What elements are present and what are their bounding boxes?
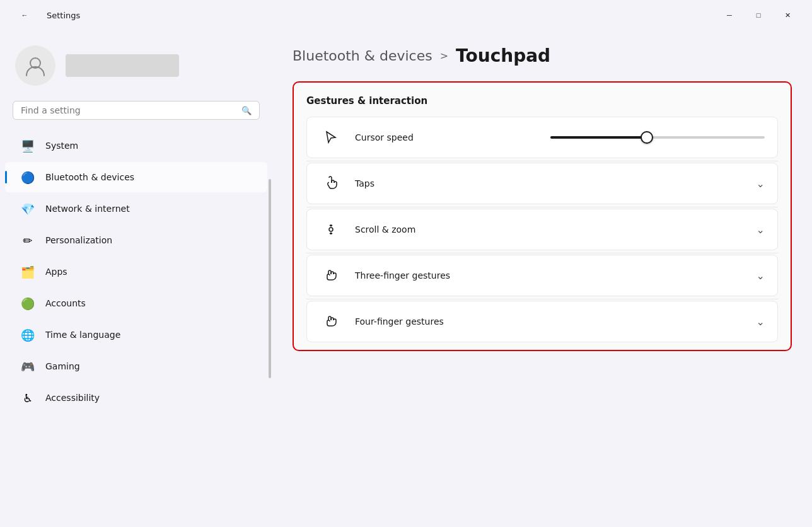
breadcrumb-separator: >: [440, 50, 448, 62]
back-button[interactable]: ←: [10, 5, 39, 25]
slider-thumb[interactable]: [641, 131, 653, 144]
personalization-icon: ✏️: [20, 233, 35, 248]
personalization-label: Personalization: [45, 235, 112, 245]
network-label: Network & internet: [45, 204, 130, 214]
main-layout: 🔍 🖥️ System 🔵 Bluetooth & devices 💎 Netw…: [0, 30, 812, 527]
accounts-label: Accounts: [45, 298, 86, 308]
search-icon: 🔍: [241, 106, 252, 115]
sidebar-scrollbar[interactable]: [269, 179, 271, 378]
titlebar-left: ← Settings: [10, 5, 80, 25]
avatar: [15, 45, 55, 86]
network-icon: 💎: [20, 201, 35, 216]
taps-control: ⌄: [757, 178, 765, 190]
minimize-button[interactable]: ─: [715, 5, 744, 25]
sidebar-item-gaming[interactable]: 🎮 Gaming: [5, 351, 267, 381]
close-button[interactable]: ✕: [773, 5, 802, 25]
scroll-zoom-icon: [320, 218, 342, 241]
three-finger-control: ⌄: [757, 270, 765, 282]
sidebar-item-apps[interactable]: 🗂️ Apps: [5, 257, 267, 287]
breadcrumb-current: Touchpad: [456, 45, 550, 66]
bluetooth-label: Bluetooth & devices: [45, 172, 134, 182]
sidebar-item-accessibility[interactable]: ♿ Accessibility: [5, 383, 267, 413]
breadcrumb-parent: Bluetooth & devices: [293, 48, 432, 64]
cursor-speed-row[interactable]: Cursor speed: [306, 117, 778, 158]
apps-label: Apps: [45, 267, 67, 277]
sidebar-item-time[interactable]: 🌐 Time & language: [5, 320, 267, 350]
slider-fill: [550, 136, 647, 139]
titlebar: ← Settings ─ □ ✕: [0, 0, 812, 30]
gestures-card: Gestures & interaction Cursor speed: [293, 81, 792, 351]
sidebar-item-network[interactable]: 💎 Network & internet: [5, 194, 267, 224]
three-finger-label: Three-finger gestures: [355, 270, 757, 281]
sidebar-item-system[interactable]: 🖥️ System: [5, 130, 267, 161]
taps-chevron-icon: ⌄: [757, 178, 765, 190]
scroll-zoom-control: ⌄: [757, 224, 765, 236]
user-icon: [24, 54, 47, 77]
three-finger-chevron-icon: ⌄: [757, 270, 765, 282]
three-finger-icon: [320, 264, 342, 287]
system-icon: 🖥️: [20, 138, 35, 153]
nav-menu: 🖥️ System 🔵 Bluetooth & devices 💎 Networ…: [0, 130, 272, 414]
accessibility-label: Accessibility: [45, 393, 100, 403]
accounts-icon: 🟢: [20, 296, 35, 311]
system-label: System: [45, 141, 78, 151]
divider-2: [306, 207, 778, 207]
divider-1: [306, 161, 778, 161]
four-finger-chevron-icon: ⌄: [757, 316, 765, 328]
bluetooth-icon: 🔵: [20, 170, 35, 185]
sidebar-item-accounts[interactable]: 🟢 Accounts: [5, 288, 267, 318]
scroll-zoom-label: Scroll & zoom: [355, 224, 757, 235]
username-placeholder: [66, 54, 179, 77]
four-finger-control: ⌄: [757, 316, 765, 328]
gaming-label: Gaming: [45, 361, 80, 371]
sidebar-item-personalization[interactable]: ✏️ Personalization: [5, 225, 267, 255]
cursor-speed-label: Cursor speed: [355, 132, 550, 142]
window-controls: ─ □ ✕: [715, 5, 802, 25]
cursor-speed-slider[interactable]: [550, 136, 765, 139]
scroll-zoom-row[interactable]: Scroll & zoom ⌄: [306, 209, 778, 250]
section-title: Gestures & interaction: [306, 95, 778, 107]
app-title: Settings: [47, 11, 80, 20]
accessibility-icon: ♿: [20, 390, 35, 405]
gaming-icon: 🎮: [20, 359, 35, 374]
content-area: Bluetooth & devices > Touchpad Gestures …: [272, 30, 812, 527]
search-input[interactable]: [21, 105, 236, 115]
time-icon: 🌐: [20, 327, 35, 342]
search-box[interactable]: 🔍: [13, 101, 260, 120]
three-finger-row[interactable]: Three-finger gestures ⌄: [306, 255, 778, 296]
scroll-zoom-chevron-icon: ⌄: [757, 224, 765, 236]
taps-label: Taps: [355, 178, 757, 188]
cursor-speed-control: [550, 136, 765, 139]
taps-icon: [320, 172, 342, 195]
sidebar-item-bluetooth[interactable]: 🔵 Bluetooth & devices: [5, 162, 267, 192]
divider-3: [306, 253, 778, 253]
four-finger-label: Four-finger gestures: [355, 316, 757, 327]
breadcrumb: Bluetooth & devices > Touchpad: [293, 45, 792, 66]
apps-icon: 🗂️: [20, 264, 35, 279]
taps-row[interactable]: Taps ⌄: [306, 163, 778, 204]
svg-point-1: [329, 228, 333, 231]
maximize-button[interactable]: □: [744, 5, 773, 25]
user-section: [0, 30, 272, 98]
time-label: Time & language: [45, 330, 120, 340]
divider-4: [306, 299, 778, 299]
four-finger-row[interactable]: Four-finger gestures ⌄: [306, 301, 778, 342]
sidebar: 🔍 🖥️ System 🔵 Bluetooth & devices 💎 Netw…: [0, 30, 272, 527]
four-finger-icon: [320, 310, 342, 333]
cursor-speed-icon: [320, 126, 342, 149]
